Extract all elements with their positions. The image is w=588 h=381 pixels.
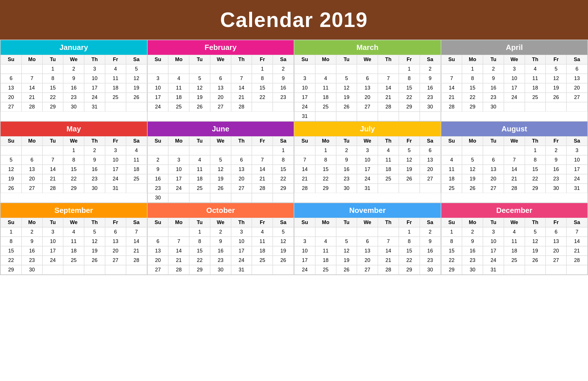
day-cell: 15 <box>441 246 462 256</box>
day-cell: 4 <box>441 155 462 165</box>
day-cell: 21 <box>504 174 525 184</box>
day-cell <box>483 146 504 155</box>
day-cell: 10 <box>504 74 525 83</box>
day-cell: 19 <box>462 174 483 184</box>
day-cell: 29 <box>315 184 336 193</box>
day-cell: 25 <box>378 174 399 184</box>
day-cell: 24 <box>483 256 504 265</box>
day-cell: 22 <box>273 174 294 184</box>
month-header-june: June <box>148 122 294 136</box>
day-cell: 27 <box>1 102 22 112</box>
day-header: Fr <box>252 55 273 64</box>
day-cell <box>105 265 126 275</box>
day-cell: 29 <box>525 184 546 193</box>
day-cell <box>168 227 189 237</box>
day-cell: 19 <box>126 83 147 93</box>
day-header: Fr <box>546 55 566 64</box>
day-cell: 5 <box>210 155 231 165</box>
day-cell: 2 <box>148 155 169 165</box>
day-cell <box>210 64 231 74</box>
day-cell: 12 <box>273 237 294 246</box>
day-cell: 24 <box>357 174 378 184</box>
day-cell: 24 <box>294 265 315 275</box>
month-block-july: JulySuMoTuWeThFrSa1234567891011121314151… <box>294 122 441 203</box>
day-cell: 22 <box>1 256 22 265</box>
day-cell: 10 <box>294 83 315 93</box>
day-cell: 20 <box>566 83 587 93</box>
day-cell: 5 <box>525 227 546 237</box>
day-cell: 17 <box>84 83 105 93</box>
day-cell: 10 <box>148 83 169 93</box>
day-cell: 3 <box>231 227 252 237</box>
day-header: Fr <box>252 136 273 146</box>
day-cell <box>294 227 315 237</box>
day-cell <box>126 102 147 112</box>
day-cell: 27 <box>22 184 42 193</box>
day-header: Mo <box>462 218 483 227</box>
day-cell: 6 <box>105 227 126 237</box>
day-cell: 18 <box>315 93 336 102</box>
day-cell: 22 <box>441 256 462 265</box>
day-cell: 11 <box>126 155 147 165</box>
day-cell: 21 <box>378 256 399 265</box>
day-cell: 12 <box>462 165 483 174</box>
day-header: We <box>504 55 525 64</box>
day-cell: 14 <box>126 237 147 246</box>
day-cell <box>148 64 169 74</box>
day-cell: 1 <box>441 227 462 237</box>
day-cell: 23 <box>22 256 42 265</box>
day-cell: 5 <box>126 64 147 74</box>
day-header: Su <box>294 218 315 227</box>
day-cell: 23 <box>273 93 294 102</box>
day-cell: 19 <box>1 174 22 184</box>
day-cell: 11 <box>378 155 399 165</box>
day-header: We <box>210 55 231 64</box>
day-cell: 8 <box>1 237 22 246</box>
day-cell: 24 <box>504 93 525 102</box>
day-cell: 23 <box>84 174 105 184</box>
day-cell <box>252 146 273 155</box>
day-cell: 16 <box>22 246 42 256</box>
month-block-april: AprilSuMoTuWeThFrSa123456789101112131415… <box>441 40 588 122</box>
day-cell: 26 <box>525 256 546 265</box>
day-cell: 4 <box>189 155 210 165</box>
day-cell <box>336 227 357 237</box>
day-cell: 6 <box>22 155 42 165</box>
day-cell: 13 <box>1 83 22 93</box>
day-cell: 20 <box>357 256 378 265</box>
month-header-april: April <box>441 40 588 55</box>
day-header: Fr <box>105 55 126 64</box>
day-cell: 31 <box>84 102 105 112</box>
day-header: Mo <box>315 218 336 227</box>
day-cell: 10 <box>42 237 63 246</box>
day-cell: 14 <box>378 246 399 256</box>
day-cell: 8 <box>252 74 273 83</box>
day-cell: 18 <box>189 174 210 184</box>
day-cell: 7 <box>378 237 399 246</box>
day-header: Tu <box>42 55 63 64</box>
day-header: Tu <box>336 218 357 227</box>
day-cell: 23 <box>462 256 483 265</box>
calendar-grid: JanuarySuMoTuWeThFrSa1234567891011121314… <box>0 40 588 275</box>
day-cell: 28 <box>42 184 63 193</box>
day-header: Su <box>294 55 315 64</box>
day-cell <box>148 227 169 237</box>
day-cell: 7 <box>22 74 42 83</box>
day-cell: 27 <box>357 102 378 112</box>
day-cell: 15 <box>63 165 84 174</box>
day-cell: 17 <box>168 174 189 184</box>
day-cell: 17 <box>231 246 252 256</box>
day-cell: 29 <box>462 102 483 112</box>
day-cell: 19 <box>189 93 210 102</box>
day-header: Th <box>231 136 252 146</box>
day-cell: 5 <box>1 155 22 165</box>
day-cell: 12 <box>189 83 210 93</box>
day-cell: 9 <box>210 237 231 246</box>
day-cell: 30 <box>63 102 84 112</box>
day-header: Mo <box>462 55 483 64</box>
day-header: Sa <box>126 55 147 64</box>
day-cell <box>1 146 22 155</box>
day-cell <box>525 102 546 112</box>
day-cell: 9 <box>483 74 504 83</box>
day-cell: 23 <box>420 256 441 265</box>
